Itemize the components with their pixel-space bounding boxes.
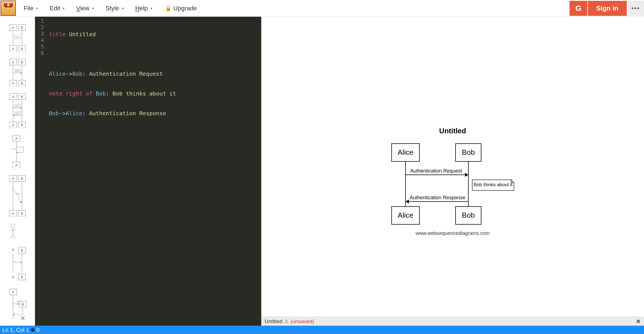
template-thumb-5[interactable]: A B text A B xyxy=(7,175,28,217)
statusbar: Ln 1, Col 1 0 xyxy=(0,326,644,334)
tok: : xyxy=(82,110,89,117)
menu-help-label: Help xyxy=(135,5,148,12)
note-label: Bob thinks about it xyxy=(474,182,513,187)
app-logo[interactable] xyxy=(1,1,16,16)
line-number: 3 xyxy=(35,31,46,37)
caret-down-icon: ▾ xyxy=(63,6,64,10)
svg-text:A: A xyxy=(12,290,14,294)
svg-text:B: B xyxy=(21,81,23,85)
svg-text:A: A xyxy=(12,26,14,30)
menu-help[interactable]: Help ▾ xyxy=(134,4,154,13)
tok: Authentication Request xyxy=(89,70,163,77)
code-editor[interactable]: 1 2 3 4 5 6 title Untitled Alice->Bob: A… xyxy=(35,17,261,326)
line-number: 2 xyxy=(35,24,46,31)
sidebar[interactable]: A B text A B A B text A B xyxy=(0,17,35,326)
svg-text:A: A xyxy=(12,123,14,127)
svg-text:B: B xyxy=(21,95,23,99)
tok: Untitled xyxy=(66,31,96,38)
editor-content[interactable]: title Untitled Alice->Bob: Authenticatio… xyxy=(46,17,261,326)
svg-text:A: A xyxy=(12,60,14,64)
caret-down-icon: ▾ xyxy=(92,6,94,10)
menu-style[interactable]: Style ▾ xyxy=(104,4,125,13)
template-thumb-1[interactable]: A B text A B xyxy=(7,24,28,52)
diagram-title: Untitled xyxy=(389,127,517,135)
tok: Bob xyxy=(96,90,106,97)
status-dot-icon xyxy=(31,328,35,332)
actor-a-top: Alice xyxy=(397,148,413,156)
svg-marker-51 xyxy=(16,152,18,153)
menubar: File ▾ Edit ▾ View ▾ Style ▾ Help ▾ 🔒 Up… xyxy=(0,0,644,17)
svg-text:A: A xyxy=(12,95,14,99)
menu-edit-label: Edit xyxy=(49,5,60,12)
caret-down-icon: ▾ xyxy=(122,6,124,10)
menu-style-label: Style xyxy=(106,5,119,12)
menu-items: File ▾ Edit ▾ View ▾ Style ▾ Help ▾ 🔒 Up… xyxy=(22,4,197,13)
tok: Bob xyxy=(49,110,59,117)
svg-point-67 xyxy=(11,224,15,228)
svg-marker-35 xyxy=(21,107,22,109)
svg-text:A: A xyxy=(12,275,14,279)
tok xyxy=(49,130,261,136)
menu-upgrade-label: Upgrade xyxy=(173,5,197,12)
close-icon[interactable]: ✕ xyxy=(636,318,641,325)
svg-text:text: text xyxy=(16,112,19,114)
diagram-footer: www.websequencediagrams.com xyxy=(389,230,517,236)
tok: Authentication Response xyxy=(89,110,166,117)
msg1-label: Authentication Request xyxy=(410,168,462,174)
tok: Alice xyxy=(49,70,66,77)
actor-b-top: Bob xyxy=(462,148,474,156)
menu-file[interactable]: File ▾ xyxy=(22,4,39,13)
tok: -> xyxy=(66,70,72,77)
actor-b-bottom: Bob xyxy=(462,211,474,219)
svg-marker-21 xyxy=(21,72,22,74)
svg-marker-62 xyxy=(20,201,22,203)
template-thumb-4[interactable]: A text A xyxy=(7,135,28,168)
svg-text:B: B xyxy=(21,275,23,279)
preview-status-title: Untitled xyxy=(265,318,282,325)
svg-marker-39 xyxy=(13,114,14,116)
svg-marker-100 xyxy=(465,173,468,177)
more-icon: ••• xyxy=(631,4,640,12)
svg-text:text: text xyxy=(12,148,16,150)
svg-marker-102 xyxy=(406,200,409,203)
svg-text:A: A xyxy=(12,176,14,181)
menu-view[interactable]: View ▾ xyxy=(74,4,95,13)
lock-icon: 🔒 xyxy=(165,5,171,11)
svg-text:text: text xyxy=(16,70,19,72)
tok: note xyxy=(49,90,62,97)
line-number: 4 xyxy=(35,37,46,43)
svg-marker-87 xyxy=(18,303,19,305)
tok: : xyxy=(82,70,89,77)
template-thumb-3[interactable]: A B text text A B xyxy=(7,93,28,128)
svg-marker-78 xyxy=(21,261,22,263)
tok xyxy=(49,51,261,57)
template-thumb-6[interactable]: A B A B xyxy=(7,223,28,282)
editor-gutter: 1 2 3 4 5 6 xyxy=(35,17,46,326)
cursor-position: Ln 1, Col 1 xyxy=(2,327,29,333)
signin-label: Sign in xyxy=(596,4,618,12)
preview-statusbar: Untitled ⚠ (unsaved) ✕ xyxy=(261,317,644,326)
menu-view-label: View xyxy=(76,5,89,12)
tok: of xyxy=(86,90,92,97)
menu-upgrade[interactable]: 🔒 Upgrade xyxy=(165,5,197,12)
diagram-preview[interactable]: Untitled Alice Bob Authentication Reques… xyxy=(261,17,644,326)
caret-down-icon: ▾ xyxy=(151,6,152,10)
google-signin-button[interactable]: G xyxy=(570,1,587,16)
signin-button[interactable]: Sign in xyxy=(588,1,627,16)
template-thumb-7[interactable]: A text B xyxy=(7,288,28,325)
svg-text:A: A xyxy=(12,248,14,252)
template-thumb-2[interactable]: A B text A B xyxy=(7,58,28,86)
more-button[interactable]: ••• xyxy=(627,1,644,16)
svg-text:B: B xyxy=(21,176,23,181)
svg-text:B: B xyxy=(21,123,23,127)
svg-text:text: text xyxy=(16,36,19,38)
svg-line-70 xyxy=(11,234,13,239)
svg-text:A: A xyxy=(12,81,14,85)
line-number: 6 xyxy=(35,50,46,56)
menu-file-label: File xyxy=(24,5,33,12)
preview-status-unsaved: (unsaved) xyxy=(290,318,314,325)
tok: right xyxy=(66,90,82,97)
svg-line-71 xyxy=(13,234,15,239)
svg-text:B: B xyxy=(21,26,23,30)
menu-edit[interactable]: Edit ▾ xyxy=(48,4,66,13)
